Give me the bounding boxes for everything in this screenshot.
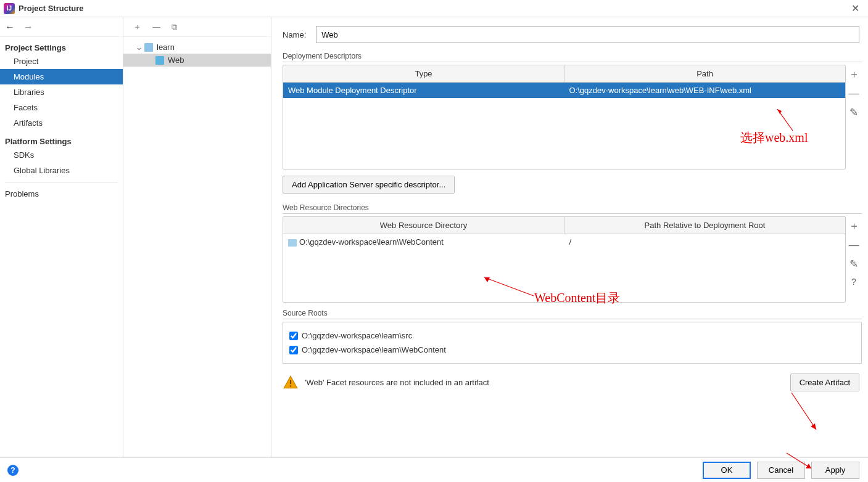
warning-text: 'Web' Facet resources are not included i… bbox=[305, 378, 489, 387]
source-root-checkbox[interactable] bbox=[289, 346, 298, 354]
tree-label: Web bbox=[168, 55, 184, 65]
remove-icon[interactable]: — bbox=[849, 88, 859, 100]
module-tree: ＋ — ⧉ ⌄ learn Web bbox=[123, 17, 271, 457]
svg-rect-1 bbox=[290, 385, 291, 386]
close-icon[interactable]: ✕ bbox=[846, 2, 864, 14]
col-path: Path bbox=[564, 65, 845, 82]
source-root-row[interactable]: O:\gqzdev-workspace\learn\WebContent bbox=[289, 343, 855, 357]
remove-icon[interactable]: — bbox=[849, 239, 859, 251]
left-nav: ← → Project Settings Project Modules Lib… bbox=[0, 17, 123, 457]
ok-button[interactable]: OK bbox=[703, 462, 751, 479]
deploy-descriptors-label: Deployment Descriptors bbox=[283, 52, 862, 62]
tree-node-learn[interactable]: ⌄ learn bbox=[123, 41, 271, 54]
add-icon[interactable]: ＋ bbox=[849, 67, 859, 81]
add-server-descriptor-button[interactable]: Add Application Server specific descript… bbox=[283, 176, 455, 194]
name-label: Name: bbox=[283, 30, 306, 39]
source-roots-box: O:\gqzdev-workspace\learn\src O:\gqzdev-… bbox=[283, 322, 862, 364]
forward-icon[interactable]: → bbox=[23, 22, 33, 33]
right-panel: Name: Deployment Descriptors Type Path W… bbox=[271, 17, 868, 457]
back-icon[interactable]: ← bbox=[5, 22, 15, 33]
remove-icon[interactable]: — bbox=[152, 22, 160, 31]
tree-toolbar: ＋ — ⧉ bbox=[123, 17, 271, 37]
tree-node-web[interactable]: Web bbox=[123, 54, 271, 67]
cell-webdir: O:\gqzdev-workspace\learn\WebContent bbox=[283, 234, 564, 250]
apply-button[interactable]: Apply bbox=[811, 462, 859, 479]
edit-icon[interactable]: ✎ bbox=[849, 106, 858, 119]
folder-icon bbox=[144, 43, 153, 52]
cancel-button[interactable]: Cancel bbox=[757, 462, 805, 479]
help-icon[interactable]: ? bbox=[851, 277, 856, 287]
table-row[interactable]: Web Module Deployment Descriptor O:\gqzd… bbox=[283, 83, 845, 98]
section-project-settings: Project Settings bbox=[0, 37, 123, 54]
nav-item-facets[interactable]: Facets bbox=[0, 100, 123, 115]
deploy-descriptors-table: Type Path Web Module Deployment Descript… bbox=[283, 65, 846, 170]
dialog-button-bar: ? OK Cancel Apply bbox=[0, 457, 868, 482]
nav-arrows: ← → bbox=[0, 17, 123, 37]
web-resource-label: Web Resource Directories bbox=[283, 203, 862, 214]
nav-item-sdks[interactable]: SDKs bbox=[0, 147, 123, 163]
add-icon[interactable]: ＋ bbox=[133, 22, 141, 33]
source-root-row[interactable]: O:\gqzdev-workspace\learn\src bbox=[289, 329, 855, 343]
nav-item-problems[interactable]: Problems bbox=[0, 186, 123, 202]
source-root-checkbox[interactable] bbox=[289, 332, 298, 340]
col-relpath: Path Relative to Deployment Root bbox=[564, 217, 845, 234]
name-input[interactable] bbox=[316, 26, 859, 43]
table-row[interactable]: O:\gqzdev-workspace\learn\WebContent / bbox=[283, 234, 845, 250]
add-icon[interactable]: ＋ bbox=[849, 219, 859, 233]
nav-divider bbox=[5, 182, 118, 182]
warning-row: 'Web' Facet resources are not included i… bbox=[283, 374, 862, 391]
cell-path: O:\gqzdev-workspace\learn\web\WEB-INF\we… bbox=[564, 83, 846, 98]
warning-icon bbox=[283, 375, 299, 391]
create-artifact-button[interactable]: Create Artifact bbox=[790, 374, 859, 391]
window-title: Project Structure bbox=[19, 4, 846, 13]
webres-side-buttons: ＋ — ✎ ? bbox=[846, 216, 862, 303]
help-icon[interactable]: ? bbox=[7, 465, 19, 476]
section-platform-settings: Platform Settings bbox=[0, 131, 123, 147]
cell-relpath: / bbox=[564, 234, 846, 250]
svg-rect-0 bbox=[290, 380, 291, 384]
title-bar: IJ Project Structure ✕ bbox=[0, 0, 868, 17]
col-webdir: Web Resource Directory bbox=[283, 217, 564, 234]
web-resource-table: Web Resource Directory Path Relative to … bbox=[283, 216, 846, 303]
app-icon: IJ bbox=[4, 3, 15, 14]
nav-item-artifacts[interactable]: Artifacts bbox=[0, 115, 123, 131]
nav-item-global-libraries[interactable]: Global Libraries bbox=[0, 163, 123, 178]
folder-icon bbox=[288, 239, 297, 247]
edit-icon[interactable]: ✎ bbox=[849, 258, 858, 271]
deploy-side-buttons: ＋ — ✎ bbox=[846, 65, 862, 170]
tree-label: learn bbox=[157, 43, 175, 52]
chevron-down-icon[interactable]: ⌄ bbox=[136, 43, 144, 52]
nav-item-project[interactable]: Project bbox=[0, 54, 123, 69]
cell-type: Web Module Deployment Descriptor bbox=[283, 83, 564, 98]
col-type: Type bbox=[283, 65, 564, 82]
source-root-path: O:\gqzdev-workspace\learn\WebContent bbox=[302, 345, 446, 354]
globe-icon bbox=[155, 56, 164, 65]
nav-item-modules[interactable]: Modules bbox=[0, 69, 123, 84]
source-root-path: O:\gqzdev-workspace\learn\src bbox=[302, 331, 412, 340]
source-roots-label: Source Roots bbox=[283, 309, 862, 319]
copy-icon[interactable]: ⧉ bbox=[172, 22, 177, 32]
nav-item-libraries[interactable]: Libraries bbox=[0, 84, 123, 100]
